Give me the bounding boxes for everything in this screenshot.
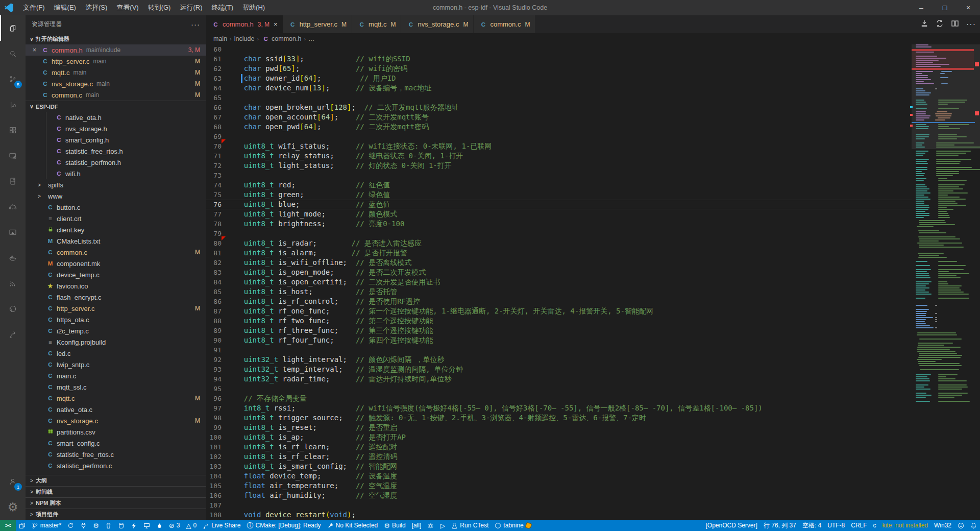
code-line-97[interactable]: 97 int8_t rssi; // wifi信号强度(信号极好4格[-55— …: [206, 403, 912, 413]
code-line-61[interactable]: 61 char ssid[33]; // wifi的SSID: [206, 54, 912, 64]
status-remote[interactable]: ><: [0, 520, 16, 531]
code-editor[interactable]: 6061 char ssid[33]; // wifi的SSID62 char …: [206, 44, 980, 520]
menu-help[interactable]: 帮助(H): [238, 4, 270, 11]
open-editor-http_server.c[interactable]: ×Chttp_server.cmainM: [26, 56, 206, 67]
code-line-88[interactable]: 88 uint8_t rf_two_func; // 第二个遥控按键功能: [206, 316, 912, 326]
code-line-98[interactable]: 98 uint8_t trigger_source; // 触发源: 0-无、1…: [206, 413, 912, 423]
menu-go[interactable]: 转到(G): [143, 4, 176, 11]
minimap[interactable]: [912, 44, 980, 520]
code-line-70[interactable]: 70 uint8_t wifi_status; // wifi连接状态: 0-未…: [206, 141, 912, 151]
activity-settings-icon[interactable]: ⚙: [0, 494, 26, 520]
tree-item-statistic_perfmon.h[interactable]: Cstatistic_perfmon.h: [26, 157, 206, 168]
tree-item-statistic_free_rtos.h[interactable]: Cstatistic_free_rtos.h: [26, 146, 206, 157]
tree-item-smart_config.h[interactable]: Csmart_config.h: [26, 134, 206, 146]
menu-run[interactable]: 运行(R): [175, 4, 207, 11]
code-line-82[interactable]: 82 uint8_t is_wifi_offline; // 是否离线模式: [206, 258, 912, 268]
code-line-91[interactable]: 91: [206, 345, 912, 355]
status-item-0-[OpenOCD Server][interactable]: [OpenOCD Server]: [703, 520, 761, 531]
tree-root-section[interactable]: ∨ ESP-IDF: [26, 101, 206, 112]
activity-source-control-icon[interactable]: 5: [0, 66, 26, 92]
tree-item-led.c[interactable]: Cled.c: [26, 348, 206, 359]
tree-item-client.key[interactable]: client.key: [26, 224, 206, 235]
sync-icon[interactable]: [936, 19, 944, 30]
code-line-103[interactable]: 103 uint8_t is_smart_config; // 智能配网: [206, 462, 912, 471]
tree-item-main.c[interactable]: Cmain.c: [26, 370, 206, 381]
status-item-2-空格: 4[interactable]: 空格: 4: [799, 520, 824, 531]
tab-mqtt.c[interactable]: Cmqtt.cM: [352, 15, 401, 33]
status-zap[interactable]: [128, 520, 140, 531]
tree-item-button.c[interactable]: Cbutton.c: [26, 202, 206, 213]
status-item-1-行 76, 列 37[interactable]: 行 76, 列 37: [761, 520, 799, 531]
activity-extensions-icon[interactable]: [0, 117, 26, 143]
tree-item-https_ota.c[interactable]: Chttps_ota.c: [26, 314, 206, 325]
code-line-69[interactable]: 69: [206, 132, 912, 141]
split-editor-icon[interactable]: [951, 19, 959, 30]
status-gear[interactable]: ⚙Build: [381, 520, 408, 531]
code-line-77[interactable]: 77 uint8_t light_mode; // 颜色模式: [206, 209, 912, 219]
code-line-96[interactable]: 96 // 不存储全局变量: [206, 394, 912, 403]
menu-file[interactable]: 文件(F): [18, 4, 50, 11]
menu-edit[interactable]: 编辑(E): [50, 4, 81, 11]
code-line-63[interactable]: 63 char owner_id[64]; // 用户ID: [206, 74, 912, 83]
code-line-101[interactable]: 101 uint8_t is_rf_learn; // 遥控配对: [206, 442, 912, 452]
flash-download-icon[interactable]: [920, 19, 928, 30]
open-editors-section[interactable]: ∨ 打开的编辑器: [26, 33, 206, 44]
status-tabnine[interactable]: tabnine: [492, 520, 534, 531]
code-line-102[interactable]: 102 uint8_t is_rf_clear; // 遥控清码: [206, 452, 912, 462]
status-trash[interactable]: [102, 520, 115, 531]
code-line-67[interactable]: 67 char open_account[64]; // 二次开发mqtt账号: [206, 112, 912, 122]
code-line-79[interactable]: 79: [206, 229, 912, 238]
code-line-72[interactable]: 72 uint8_t light_status; // 灯的状态 0-关闭 1-…: [206, 161, 912, 171]
code-line-106[interactable]: 106 float air_humidity; // 空气湿度: [206, 491, 912, 500]
code-line-65[interactable]: 65: [206, 93, 912, 103]
status-item-3-UTF-8[interactable]: UTF-8: [824, 520, 848, 531]
close-icon[interactable]: ×: [274, 20, 278, 28]
activity-run-debug-icon[interactable]: [0, 92, 26, 117]
code-line-75[interactable]: 75 uint8_t green; // 绿色值: [206, 190, 912, 200]
tree-item-device_temp.c[interactable]: Cdevice_temp.c: [26, 269, 206, 280]
tab-nvs_storage.c[interactable]: Cnvs_storage.cM: [401, 15, 474, 33]
code-line-66[interactable]: 66 char open_broken_url[128]; // 二次开发mqt…: [206, 103, 912, 112]
code-line-95[interactable]: 95: [206, 384, 912, 394]
code-line-84[interactable]: 84 uint8_t is_open_certifi; // 二次开发是否使用证…: [206, 277, 912, 287]
activity-github-icon[interactable]: [0, 296, 26, 322]
code-line-93[interactable]: 93 uint32_t temp_interval; // 温湿度监测的间隔, …: [206, 365, 912, 374]
breadcrumb-item[interactable]: include: [234, 35, 255, 42]
menu-view[interactable]: 查看(V): [112, 4, 143, 11]
tree-item-client.crt[interactable]: ≡client.crt: [26, 213, 206, 224]
tree-item-CMakeLists.txt[interactable]: MCMakeLists.txt: [26, 235, 206, 247]
tree-item-statistic_free_rtos.c[interactable]: Cstatistic_free_rtos.c: [26, 449, 206, 460]
tree-item-smart_config.c[interactable]: Csmart_config.c: [26, 438, 206, 449]
status-monitor[interactable]: [140, 520, 153, 531]
tree-item-wifi.c[interactable]: Cwifi.c: [26, 471, 206, 475]
status-item-7-Win32[interactable]: Win32: [931, 520, 954, 531]
tree-item-nvs_storage.c[interactable]: Cnvs_storage.cM: [26, 415, 206, 426]
tree-item-nvs_storage.h[interactable]: Cnvs_storage.h: [26, 123, 206, 134]
breadcrumb-item[interactable]: …: [308, 35, 315, 42]
tab-common.c[interactable]: Ccommon.cM: [474, 15, 535, 33]
tree-item-wifi.h[interactable]: Cwifi.h: [26, 168, 206, 179]
status-sync[interactable]: [64, 520, 77, 531]
tree-item-favicon.ico[interactable]: ★favicon.ico: [26, 280, 206, 292]
open-editor-common.h[interactable]: ×Ccommon.hmain\include3, M: [26, 44, 206, 56]
code-line-108[interactable]: 108 void device_restart(void);: [206, 510, 912, 520]
code-line-87[interactable]: 87 uint8_t rf_one_func; // 第一个遥控按键功能, 1-…: [206, 306, 912, 316]
tree-item-lwip_sntp.c[interactable]: Clwip_sntp.c: [26, 359, 206, 370]
tree-item-http_server.c[interactable]: Chttp_server.cM: [26, 303, 206, 314]
status-bell[interactable]: [967, 520, 980, 531]
code-line-71[interactable]: 71 uint8_t relay_status; // 继电器状态 0-关闭, …: [206, 151, 912, 161]
activity-live-share-icon[interactable]: [0, 322, 26, 347]
close-icon[interactable]: ×: [33, 46, 41, 54]
sidebar-section-NPM 脚本[interactable]: >NPM 脚本: [26, 497, 206, 509]
maximize-button[interactable]: □: [933, 0, 957, 15]
more-actions-icon[interactable]: ···: [966, 20, 976, 29]
status-item-5-c[interactable]: c: [870, 520, 879, 531]
code-line-60[interactable]: 60: [206, 44, 912, 54]
status-feedback[interactable]: [954, 520, 967, 531]
tree-item-Kconfig.projbuild[interactable]: ≡Kconfig.projbuild: [26, 336, 206, 348]
activity-search-icon[interactable]: [0, 41, 26, 66]
minimize-button[interactable]: –: [910, 0, 933, 15]
tree-item-component.mk[interactable]: Mcomponent.mk: [26, 258, 206, 269]
status-item-4-CRLF[interactable]: CRLF: [848, 520, 870, 531]
tree-item-partitions.csv[interactable]: partitions.csv: [26, 426, 206, 438]
